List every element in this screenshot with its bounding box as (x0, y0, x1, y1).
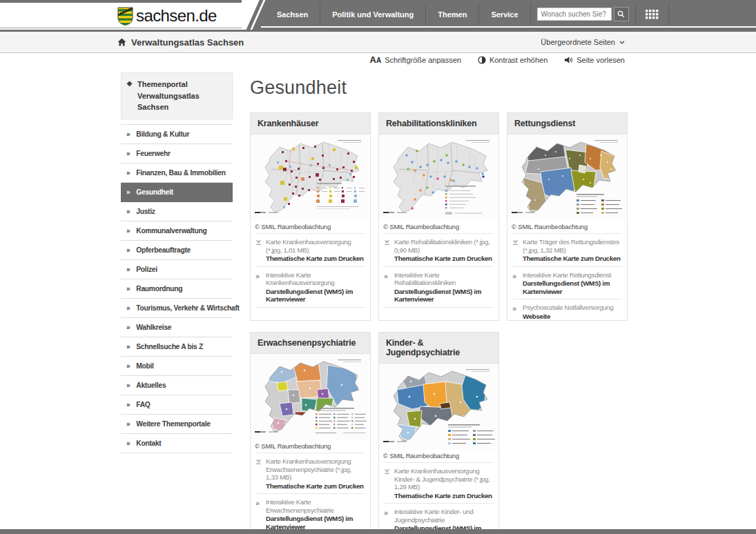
sidebar-item-polizei[interactable]: »Polizei (121, 260, 233, 279)
sidebar-item-label: Kontakt (136, 439, 161, 447)
link-subtitle: Webseite (523, 313, 613, 321)
breadcrumb[interactable]: Verwaltungsatlas Sachsen (117, 32, 244, 52)
logo-text: sachsen.de (136, 6, 217, 26)
sidebar-item-label: Mobil (136, 362, 153, 370)
link-title: Psychosoziale Notfallversorgung (523, 304, 613, 311)
sidebar-item-bildung-kultur[interactable]: »Bildung & Kultur (121, 125, 233, 144)
card-title: Krankenhäuser (251, 113, 370, 135)
map-open-link[interactable]: »Interaktive Karte RettungsdienstDarstel… (512, 266, 622, 299)
link-text: Interaktive Karte RettungsdienstDarstell… (523, 271, 622, 296)
link-subtitle: Darstellungsdienst (WMS) im Kartenviewer (523, 279, 622, 295)
map-download-link[interactable]: Karte Krankenhausversorgung Kinder- & Ju… (384, 462, 494, 503)
map-download-link[interactable]: Karte Träger des Rettungsdienstes (*.jpg… (512, 233, 622, 266)
link-title: Interaktive Karte Krankenhausversorgung (266, 271, 334, 287)
chevron-right-icon: » (126, 169, 130, 177)
link-title: Interaktive Karte Kinder- und Jugendpsyc… (394, 508, 474, 524)
chevron-right-icon: » (126, 362, 130, 370)
font-size-label: Schriftgröße anpassen (385, 56, 461, 64)
sidebar-item-label: Tourismus, Verkehr & Wirtschaft (136, 304, 240, 312)
header-divider-thin (0, 28, 242, 28)
link-subtitle: Thematische Karte zum Drucken (266, 482, 365, 491)
parent-pages-dropdown[interactable]: Übergeordnete Seiten (541, 32, 625, 52)
nav-item-themen[interactable]: Themen (426, 3, 479, 26)
double-chevron-icon: » (384, 508, 391, 532)
card-title: Kinder- & Jugendpsychiatrie (379, 333, 498, 364)
sidebar-item-feuerwehr[interactable]: »Feuerwehr (121, 144, 233, 164)
chevron-right-icon: » (126, 439, 130, 447)
nav-item-service[interactable]: Service (479, 3, 530, 26)
download-icon (384, 238, 391, 263)
map-download-link[interactable]: Karte Krankenhausversorgung Erwachsenenp… (255, 453, 365, 493)
sidebar-item-tourismus-verkehr-wirtschaft[interactable]: »Tourismus, Verkehr & Wirtschaft (121, 299, 233, 318)
sidebar-item-kontakt[interactable]: »Kontakt (121, 434, 233, 453)
sidebar-item-label: Bildung & Kultur (136, 130, 189, 138)
map-rettungsdienst (507, 135, 627, 221)
link-subtitle: Darstellungsdienst (WMS) im Kartenviewer (266, 288, 365, 304)
link-title: Karte Krankenhausversorgung Erwachsenenp… (266, 457, 351, 481)
link-subtitle: Thematische Karte zum Drucken (394, 492, 494, 500)
main-content: Gesundheit Krankenhäuser (250, 77, 628, 532)
link-subtitle: Darstellungsdienst (WMS) im Kartenviewer (266, 515, 365, 531)
page: sachsen.de Sachsen Politik und Verwaltun… (0, 0, 756, 534)
map-download-link[interactable]: Karte Rehabilitationskliniken (*.jpg, 0,… (384, 233, 494, 266)
chevron-right-icon: » (126, 227, 130, 235)
double-chevron-icon: » (384, 271, 391, 304)
map-copyright: © SMIL Raumbeobachtung (379, 221, 498, 231)
sidebar-item-label: Feuerwehr (136, 150, 170, 157)
read-aloud-label: Seite vorlesen (576, 56, 625, 64)
sidebar-item-weitere-themenportale[interactable]: »Weitere Themenportale (121, 415, 233, 434)
home-icon (117, 38, 126, 46)
card-erwachsenenpsychiatrie: Erwachsenenpsychiatrie (250, 332, 371, 532)
map-erwachsenenpsychiatrie (251, 354, 370, 440)
font-size-button[interactable]: AA Schriftgröße anpassen (370, 55, 461, 64)
card-rettungsdienst: Rettungsdienst (507, 112, 628, 321)
chevron-right-icon: » (126, 246, 130, 254)
search-input[interactable] (537, 8, 612, 21)
link-subtitle: Thematische Karte zum Drucken (394, 255, 494, 263)
sidebar-item-wahlkreise[interactable]: »Wahlkreise (121, 318, 233, 337)
card-links: Karte Krankenhausversorgung Kinder- & Ju… (379, 462, 498, 532)
nav-item-sachsen[interactable]: Sachsen (265, 3, 320, 26)
apps-menu-button[interactable] (636, 3, 669, 26)
link-text: Karte Rehabilitationskliniken (*.jpg, 0,… (394, 238, 494, 263)
sidebar-item-faq[interactable]: »FAQ (121, 395, 233, 415)
map-open-link[interactable]: »Interaktive Karte Krankenhausversorgung… (255, 266, 365, 308)
card-title: Erwachsenenpsychiatrie (251, 333, 370, 354)
sidebar-item-opferbeauftragte[interactable]: »Opferbeauftragte (121, 241, 233, 260)
sidebar-item-mobil[interactable]: »Mobil (121, 357, 233, 376)
sidebar-item-justiz[interactable]: »Justiz (121, 202, 233, 221)
sidebar-item-aktuelles[interactable]: »Aktuelles (121, 376, 233, 395)
parent-pages-label: Übergeordnete Seiten (541, 38, 615, 46)
map-open-link[interactable]: »Interaktive Karte Kinder- und Jugendpsy… (384, 503, 494, 532)
card-links: Karte Rehabilitationskliniken (*.jpg, 0,… (379, 233, 498, 308)
compass-icon: ❖ (126, 79, 133, 113)
link-title: Interaktive Karte Rettungsdienst (523, 271, 611, 279)
sidebar-item-finanzen-bau-immobilien[interactable]: »Finanzen, Bau & Immobilien (121, 164, 233, 183)
card-title: Rettungsdienst (507, 113, 627, 135)
contrast-button[interactable]: Kontrast erhöhen (478, 56, 547, 64)
chevron-right-icon: » (126, 343, 130, 350)
nav-item-politik-und-verwaltung[interactable]: Politik und Verwaltung (320, 3, 426, 26)
sidebar: ❖ Themenportal Verwaltungsatlas Sachsen … (121, 72, 233, 453)
search-button[interactable] (614, 7, 629, 21)
map-download-link[interactable]: Karte Krankenhausversorgung (*.jpg, 1,01… (255, 233, 365, 266)
map-kinder-jugendpsychiatrie (379, 364, 498, 450)
sidebar-item-gesundheit[interactable]: »Gesundheit (121, 183, 233, 202)
sidebar-item-schnellsuche-a-bis-z[interactable]: »Schnellsuche A bis Z (121, 337, 233, 357)
map-open-link[interactable]: »Interaktive Karte Rehabilitationsklinik… (384, 266, 494, 308)
map-open-link[interactable]: »Interaktive Karte Erwachsenenpsychiatri… (255, 493, 365, 532)
chevron-right-icon: » (126, 285, 130, 293)
link-subtitle: Darstellungsdienst (WMS) im Kartenviewer (394, 288, 494, 304)
sachsen-logo[interactable]: sachsen.de (117, 6, 217, 26)
chevron-right-icon: » (126, 188, 130, 196)
sidebar-item-kommunalverwaltung[interactable]: »Kommunalverwaltung (121, 221, 233, 241)
sidebar-item-label: Kommunalverwaltung (136, 227, 206, 235)
sidebar-portal-home[interactable]: ❖ Themenportal Verwaltungsatlas Sachsen (121, 72, 233, 119)
sidebar-item-raumordnung[interactable]: »Raumordnung (121, 279, 233, 299)
link-text: Karte Krankenhausversorgung Kinder- & Ju… (394, 467, 494, 500)
read-aloud-button[interactable]: Seite vorlesen (564, 56, 625, 64)
map-open-link[interactable]: »Psychosoziale NotfallversorgungWebseite (512, 299, 622, 321)
search-icon (617, 10, 625, 18)
download-icon (384, 467, 391, 500)
link-subtitle: Thematische Karte zum Drucken (523, 255, 622, 263)
